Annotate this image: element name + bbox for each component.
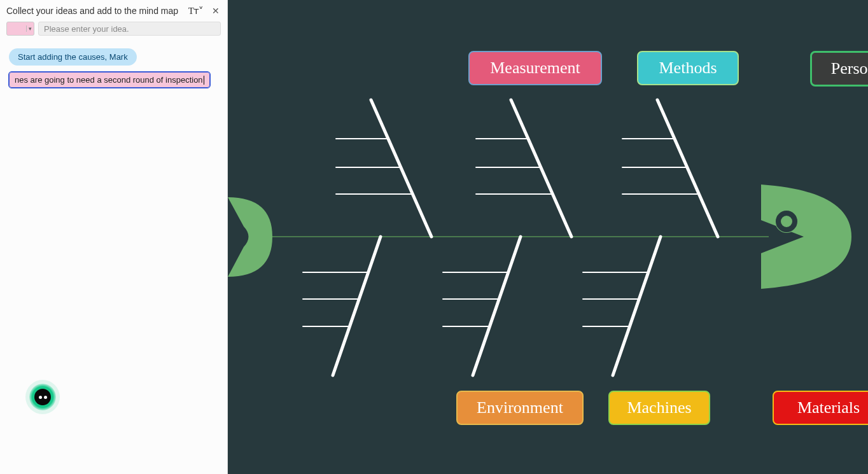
sidebar-header: Collect your ideas and add to the mind m…: [0, 0, 227, 19]
fish-head-icon: [761, 185, 851, 289]
svg-line-6: [511, 100, 571, 237]
svg-line-18: [473, 237, 521, 375]
bone-methods[interactable]: [476, 100, 571, 237]
category-materials[interactable]: Materials: [773, 391, 868, 425]
idea-chip-instruction[interactable]: Start adding the causes, Mark: [9, 48, 137, 66]
category-measurement[interactable]: Measurement: [468, 51, 602, 85]
svg-line-14: [333, 237, 381, 375]
robot-icon: [34, 389, 51, 405]
ideas-sidebar: Collect your ideas and add to the mind m…: [0, 0, 228, 474]
ideas-list: Start adding the causes, Mark nes are go…: [0, 41, 227, 474]
svg-line-2: [371, 100, 431, 237]
idea-input[interactable]: [38, 22, 221, 36]
color-picker[interactable]: ▾: [6, 22, 34, 36]
svg-line-22: [613, 237, 661, 375]
ai-assistant-button[interactable]: [29, 384, 56, 410]
idea-chip-editing-text: nes are going to need a second round of …: [15, 75, 203, 85]
chevron-down-icon: ▾: [26, 25, 32, 32]
text-cursor-icon: [204, 76, 204, 85]
bone-environment[interactable]: [303, 237, 381, 375]
category-methods[interactable]: Methods: [637, 51, 739, 85]
idea-chip-editing[interactable]: nes are going to need a second round of …: [9, 72, 210, 88]
bone-personnel[interactable]: [622, 100, 718, 237]
bone-materials[interactable]: [583, 237, 661, 375]
diagram-canvas[interactable]: Measurement Methods Personnel Environmen…: [228, 0, 868, 474]
svg-line-10: [657, 100, 718, 237]
fish-tail-icon: [228, 197, 272, 277]
bone-machines[interactable]: [443, 237, 521, 375]
idea-input-row: ▾: [0, 19, 227, 41]
category-machines[interactable]: Machines: [608, 391, 710, 425]
font-style-button[interactable]: Tᴛ˅: [186, 5, 206, 17]
sidebar-title: Collect your ideas and add to the mind m…: [6, 6, 181, 16]
category-personnel[interactable]: Personnel: [810, 51, 868, 87]
bone-measurement[interactable]: [336, 100, 431, 237]
category-environment[interactable]: Environment: [456, 391, 584, 425]
close-icon[interactable]: ✕: [211, 6, 221, 16]
